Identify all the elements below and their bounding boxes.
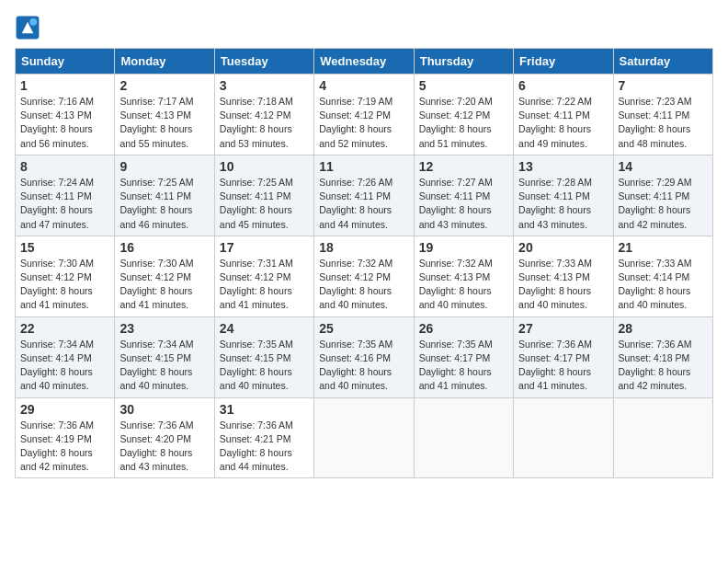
daylight-text: Daylight: 8 hours and 41 minutes. xyxy=(119,284,209,312)
calendar-cell: 31 Sunrise: 7:36 AM Sunset: 4:21 PM Dayl… xyxy=(214,397,313,478)
sunrise-text: Sunrise: 7:18 AM xyxy=(220,95,309,109)
daylight-text: Daylight: 8 hours and 40 minutes. xyxy=(419,284,508,312)
calendar-cell: 15 Sunrise: 7:30 AM Sunset: 4:12 PM Dayl… xyxy=(16,236,115,316)
cell-info: Sunrise: 7:36 AM Sunset: 4:18 PM Dayligh… xyxy=(619,338,708,394)
cell-info: Sunrise: 7:22 AM Sunset: 4:11 PM Dayligh… xyxy=(518,95,608,151)
calendar-cell: 9 Sunrise: 7:25 AM Sunset: 4:11 PM Dayli… xyxy=(115,155,214,236)
calendar-cell: 19 Sunrise: 7:32 AM Sunset: 4:13 PM Dayl… xyxy=(414,236,513,316)
day-number: 29 xyxy=(20,402,109,417)
daylight-text: Daylight: 8 hours and 40 minutes. xyxy=(20,365,109,393)
sunset-text: Sunset: 4:11 PM xyxy=(419,190,508,203)
cell-info: Sunrise: 7:24 AM Sunset: 4:11 PM Dayligh… xyxy=(20,176,109,232)
daylight-text: Daylight: 8 hours and 51 minutes. xyxy=(419,122,508,150)
logo xyxy=(15,15,44,40)
cell-info: Sunrise: 7:31 AM Sunset: 4:12 PM Dayligh… xyxy=(220,257,309,313)
calendar-week-row: 29 Sunrise: 7:36 AM Sunset: 4:19 PM Dayl… xyxy=(16,397,713,478)
day-number: 30 xyxy=(119,402,209,417)
daylight-text: Daylight: 8 hours and 49 minutes. xyxy=(518,122,608,150)
sunset-text: Sunset: 4:13 PM xyxy=(419,270,508,284)
sunset-text: Sunset: 4:17 PM xyxy=(518,351,608,365)
calendar-cell: 12 Sunrise: 7:27 AM Sunset: 4:11 PM Dayl… xyxy=(414,155,513,236)
sunrise-text: Sunrise: 7:36 AM xyxy=(119,419,209,432)
sunrise-text: Sunrise: 7:25 AM xyxy=(220,176,309,190)
cell-info: Sunrise: 7:23 AM Sunset: 4:11 PM Dayligh… xyxy=(619,95,708,151)
daylight-text: Daylight: 8 hours and 41 minutes. xyxy=(419,365,508,393)
day-number: 22 xyxy=(20,321,109,336)
day-number: 28 xyxy=(619,321,708,336)
calendar-cell: 20 Sunrise: 7:33 AM Sunset: 4:13 PM Dayl… xyxy=(514,236,613,316)
cell-info: Sunrise: 7:36 AM Sunset: 4:20 PM Dayligh… xyxy=(119,419,209,475)
sunset-text: Sunset: 4:20 PM xyxy=(119,432,209,446)
cell-info: Sunrise: 7:29 AM Sunset: 4:11 PM Dayligh… xyxy=(619,176,708,232)
daylight-text: Daylight: 8 hours and 44 minutes. xyxy=(220,446,309,474)
sunset-text: Sunset: 4:12 PM xyxy=(119,270,209,284)
calendar-cell: 28 Sunrise: 7:36 AM Sunset: 4:18 PM Dayl… xyxy=(613,316,712,397)
calendar-cell: 7 Sunrise: 7:23 AM Sunset: 4:11 PM Dayli… xyxy=(613,75,712,155)
day-number: 15 xyxy=(20,240,109,255)
day-number: 9 xyxy=(119,159,209,174)
cell-info: Sunrise: 7:25 AM Sunset: 4:11 PM Dayligh… xyxy=(220,176,309,232)
calendar-cell: 14 Sunrise: 7:29 AM Sunset: 4:11 PM Dayl… xyxy=(613,155,712,236)
sunrise-text: Sunrise: 7:30 AM xyxy=(20,257,109,270)
cell-info: Sunrise: 7:35 AM Sunset: 4:16 PM Dayligh… xyxy=(319,338,408,394)
daylight-text: Daylight: 8 hours and 40 minutes. xyxy=(619,284,708,312)
cell-info: Sunrise: 7:35 AM Sunset: 4:15 PM Dayligh… xyxy=(220,338,309,394)
daylight-text: Daylight: 8 hours and 48 minutes. xyxy=(619,122,708,150)
day-number: 8 xyxy=(20,159,109,174)
day-number: 24 xyxy=(220,321,309,336)
day-number: 17 xyxy=(220,240,309,255)
sunrise-text: Sunrise: 7:35 AM xyxy=(220,338,309,351)
cell-info: Sunrise: 7:34 AM Sunset: 4:14 PM Dayligh… xyxy=(20,338,109,394)
sunrise-text: Sunrise: 7:36 AM xyxy=(20,419,109,432)
sunrise-text: Sunrise: 7:20 AM xyxy=(419,95,508,109)
calendar-cell xyxy=(414,397,513,478)
calendar-cell: 21 Sunrise: 7:33 AM Sunset: 4:14 PM Dayl… xyxy=(613,236,712,316)
weekday-header-sunday: Sunday xyxy=(16,49,115,75)
sunset-text: Sunset: 4:11 PM xyxy=(319,190,408,203)
cell-info: Sunrise: 7:34 AM Sunset: 4:15 PM Dayligh… xyxy=(119,338,209,394)
day-number: 10 xyxy=(220,159,309,174)
day-number: 26 xyxy=(419,321,508,336)
day-number: 23 xyxy=(119,321,209,336)
sunset-text: Sunset: 4:11 PM xyxy=(619,109,708,122)
sunrise-text: Sunrise: 7:24 AM xyxy=(20,176,109,190)
cell-info: Sunrise: 7:19 AM Sunset: 4:12 PM Dayligh… xyxy=(319,95,408,151)
daylight-text: Daylight: 8 hours and 47 minutes. xyxy=(20,203,109,231)
calendar-cell: 27 Sunrise: 7:36 AM Sunset: 4:17 PM Dayl… xyxy=(514,316,613,397)
day-number: 12 xyxy=(419,159,508,174)
calendar-cell: 6 Sunrise: 7:22 AM Sunset: 4:11 PM Dayli… xyxy=(514,75,613,155)
daylight-text: Daylight: 8 hours and 41 minutes. xyxy=(20,284,109,312)
sunset-text: Sunset: 4:12 PM xyxy=(220,270,309,284)
calendar-cell: 5 Sunrise: 7:20 AM Sunset: 4:12 PM Dayli… xyxy=(414,75,513,155)
calendar-cell: 17 Sunrise: 7:31 AM Sunset: 4:12 PM Dayl… xyxy=(214,236,313,316)
sunrise-text: Sunrise: 7:35 AM xyxy=(319,338,408,351)
cell-info: Sunrise: 7:25 AM Sunset: 4:11 PM Dayligh… xyxy=(119,176,209,232)
cell-info: Sunrise: 7:16 AM Sunset: 4:13 PM Dayligh… xyxy=(20,95,109,151)
calendar-cell: 22 Sunrise: 7:34 AM Sunset: 4:14 PM Dayl… xyxy=(16,316,115,397)
calendar-week-row: 1 Sunrise: 7:16 AM Sunset: 4:13 PM Dayli… xyxy=(16,75,713,155)
sunrise-text: Sunrise: 7:30 AM xyxy=(119,257,209,270)
sunrise-text: Sunrise: 7:35 AM xyxy=(419,338,508,351)
daylight-text: Daylight: 8 hours and 40 minutes. xyxy=(319,284,408,312)
daylight-text: Daylight: 8 hours and 55 minutes. xyxy=(119,122,209,150)
sunrise-text: Sunrise: 7:17 AM xyxy=(119,95,209,109)
calendar-cell xyxy=(514,397,613,478)
daylight-text: Daylight: 8 hours and 40 minutes. xyxy=(319,365,408,393)
sunrise-text: Sunrise: 7:28 AM xyxy=(518,176,608,190)
sunset-text: Sunset: 4:14 PM xyxy=(619,270,708,284)
cell-info: Sunrise: 7:32 AM Sunset: 4:13 PM Dayligh… xyxy=(419,257,508,313)
sunset-text: Sunset: 4:12 PM xyxy=(319,109,408,122)
cell-info: Sunrise: 7:32 AM Sunset: 4:12 PM Dayligh… xyxy=(319,257,408,313)
cell-info: Sunrise: 7:36 AM Sunset: 4:19 PM Dayligh… xyxy=(20,419,109,475)
daylight-text: Daylight: 8 hours and 43 minutes. xyxy=(119,446,209,474)
sunset-text: Sunset: 4:13 PM xyxy=(119,109,209,122)
day-number: 25 xyxy=(319,321,408,336)
day-number: 16 xyxy=(119,240,209,255)
calendar-cell xyxy=(613,397,712,478)
cell-info: Sunrise: 7:33 AM Sunset: 4:13 PM Dayligh… xyxy=(518,257,608,313)
sunrise-text: Sunrise: 7:25 AM xyxy=(119,176,209,190)
calendar-cell: 16 Sunrise: 7:30 AM Sunset: 4:12 PM Dayl… xyxy=(115,236,214,316)
sunset-text: Sunset: 4:13 PM xyxy=(518,270,608,284)
sunset-text: Sunset: 4:15 PM xyxy=(119,351,209,365)
cell-info: Sunrise: 7:36 AM Sunset: 4:17 PM Dayligh… xyxy=(518,338,608,394)
